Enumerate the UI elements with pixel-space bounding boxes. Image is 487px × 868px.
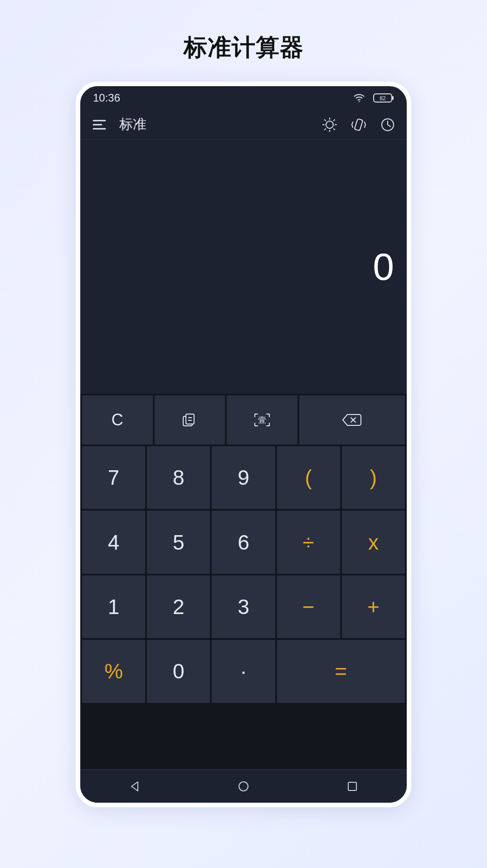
menu-icon[interactable] [90,116,108,134]
clear-button[interactable]: C [82,395,153,444]
status-time: 10:36 [93,92,120,104]
key-5[interactable]: 5 [147,511,210,573]
status-right: 82 [353,93,394,103]
svg-text:壹: 壹 [258,415,266,424]
key-4[interactable]: 4 [82,511,145,573]
key-6[interactable]: 6 [212,511,275,573]
svg-line-13 [325,129,326,130]
svg-point-0 [359,101,360,102]
keypad: 7 8 9 ( ) 4 5 6 ÷ x 1 2 3 − + % 0 · = [80,445,407,769]
svg-line-14 [334,120,335,121]
svg-rect-15 [355,118,363,131]
display-value: 0 [373,245,394,289]
wifi-icon [353,93,365,102]
vibrate-icon[interactable] [350,116,368,134]
key-dot[interactable]: · [212,640,275,702]
key-divide[interactable]: ÷ [277,511,340,573]
battery-icon: 82 [373,93,394,103]
key-2[interactable]: 2 [147,575,210,638]
key-3[interactable]: 3 [212,575,275,638]
key-8[interactable]: 8 [147,446,210,509]
nav-back-icon[interactable] [125,776,145,796]
nav-recent-icon[interactable] [342,776,362,796]
backspace-button[interactable] [299,395,405,444]
theme-icon[interactable] [321,116,339,134]
copy-button[interactable] [155,395,225,444]
capitalize-button[interactable]: 壹 [227,395,297,444]
svg-line-12 [334,129,335,130]
key-multiply[interactable]: x [342,511,405,573]
key-9[interactable]: 9 [212,446,275,509]
history-icon[interactable] [379,116,397,134]
mode-label: 标准 [119,115,146,134]
status-bar: 10:36 82 [80,86,407,110]
svg-rect-25 [348,782,356,790]
svg-point-6 [326,121,333,128]
key-equals[interactable]: = [277,640,405,702]
phone-frame: 10:36 82 [76,82,411,807]
system-nav-bar [80,769,407,803]
key-rparen[interactable]: ) [342,446,405,509]
app-bar: 标准 [80,110,407,140]
key-1[interactable]: 1 [82,575,145,638]
svg-rect-2 [392,96,394,100]
key-percent[interactable]: % [82,640,145,702]
svg-point-24 [239,782,248,791]
page-title: 标准计算器 [184,32,304,63]
function-row: C 壹 [80,394,407,445]
battery-level: 82 [380,95,386,102]
key-lparen[interactable]: ( [277,446,340,509]
key-0[interactable]: 0 [147,640,210,702]
svg-marker-23 [131,782,138,791]
key-minus[interactable]: − [277,575,340,638]
nav-home-icon[interactable] [234,776,253,796]
svg-line-11 [325,120,326,121]
key-7[interactable]: 7 [82,446,145,509]
key-plus[interactable]: + [342,575,405,638]
calc-display: 0 [80,140,407,394]
svg-rect-17 [186,414,194,424]
